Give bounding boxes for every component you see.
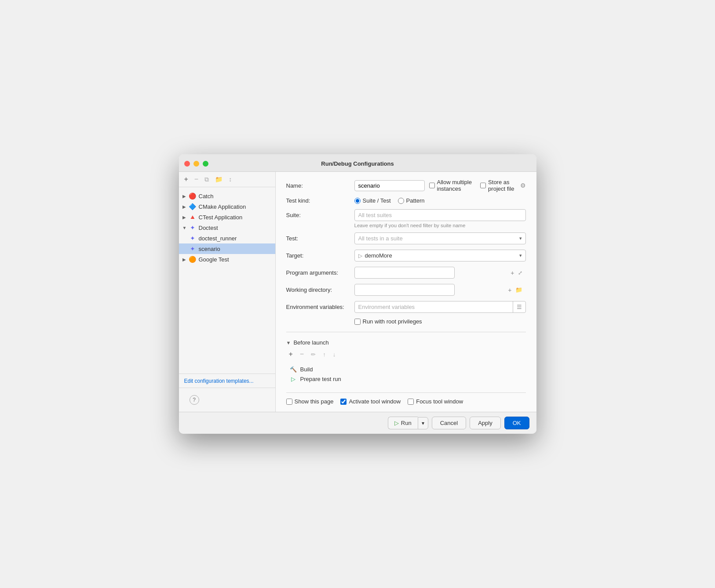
ctest-icon: 🔺 (189, 213, 197, 221)
maximize-button[interactable] (203, 161, 208, 167)
show-page-group: Show this page (286, 398, 334, 405)
sidebar-item-doctest-runner[interactable]: ✦ doctest_runner (179, 233, 275, 243)
sidebar-item-scenario[interactable]: ✦ scenario (179, 243, 275, 254)
program-args-label: Program arguments: (286, 269, 354, 276)
env-vars-input[interactable] (355, 301, 513, 312)
store-project-checkbox[interactable] (480, 182, 486, 189)
run-debug-dialog: Run/Debug Configurations + − ⧉ 📁 ↕ ▶ 🔴 C… (179, 154, 536, 434)
move-up-button[interactable]: ↑ (321, 350, 328, 359)
sidebar: + − ⧉ 📁 ↕ ▶ 🔴 Catch ▶ 🔷 CMake Applicatio… (179, 172, 276, 412)
name-label: Name: (286, 182, 354, 189)
test-controls: All tests in a suite ▾ (354, 232, 526, 244)
google-test-icon: 🟠 (189, 255, 197, 263)
run-root-checkbox[interactable] (354, 319, 361, 325)
suite-test-option[interactable]: Suite / Test (354, 197, 391, 204)
run-button-group: ▷ Run ▾ (388, 417, 428, 429)
edit-templates-link[interactable]: Edit configuration templates... (184, 378, 254, 384)
chevron-right-icon: ▶ (182, 257, 189, 262)
working-dir-row: Working directory: + 📁 (286, 284, 526, 296)
expand-icon[interactable]: ⤢ (517, 269, 523, 277)
traffic-lights (184, 161, 208, 167)
activate-window-label: Activate tool window (349, 398, 401, 405)
program-args-input[interactable] (354, 267, 455, 279)
apply-button[interactable]: Apply (470, 417, 501, 429)
working-dir-input[interactable] (354, 284, 455, 296)
add-launch-button[interactable]: + (287, 349, 295, 359)
launch-item-build: 🔨 Build (290, 364, 526, 374)
suite-row: Suite: (286, 209, 526, 221)
gear-icon[interactable]: ⚙ (520, 182, 526, 189)
add-icon[interactable]: + (507, 286, 512, 294)
sidebar-item-label: scenario (199, 246, 220, 252)
test-kind-row: Test kind: Suite / Test Pattern (286, 197, 526, 204)
launch-item-prepare-test: ▷ Prepare test run (290, 374, 526, 384)
env-vars-edit-button[interactable]: ☰ (513, 301, 525, 312)
working-dir-field-wrapper: + 📁 (354, 284, 526, 296)
move-down-button[interactable]: ↓ (331, 350, 338, 359)
allow-multiple-checkbox[interactable] (429, 182, 435, 189)
activate-window-checkbox[interactable] (340, 399, 347, 405)
run-dropdown-button[interactable]: ▾ (418, 417, 428, 429)
sidebar-item-label: Doctest (199, 225, 218, 231)
remove-launch-button[interactable]: − (298, 349, 306, 359)
pattern-option[interactable]: Pattern (398, 197, 425, 204)
suite-test-label: Suite / Test (363, 197, 391, 204)
doctest-icon: ✦ (189, 224, 197, 232)
focus-window-checkbox[interactable] (408, 399, 414, 405)
name-row: Name: Allow multiple instances Store as … (286, 179, 526, 192)
sidebar-item-catch[interactable]: ▶ 🔴 Catch (179, 191, 275, 201)
test-row: Test: All tests in a suite ▾ (286, 232, 526, 244)
focus-window-group: Focus tool window (408, 398, 463, 405)
copy-config-button[interactable]: ⧉ (203, 175, 211, 184)
sidebar-item-ctest[interactable]: ▶ 🔺 CTest Application (179, 212, 275, 222)
sidebar-item-google-test[interactable]: ▶ 🟠 Google Test (179, 254, 275, 265)
add-icon[interactable]: + (510, 269, 515, 277)
test-dropdown[interactable]: All tests in a suite ▾ (354, 232, 526, 244)
sidebar-item-doctest[interactable]: ▼ ✦ Doctest (179, 222, 275, 233)
cancel-button[interactable]: Cancel (432, 417, 466, 429)
section-divider (286, 332, 526, 332)
test-label: Test: (286, 235, 354, 242)
target-row: Target: ▷ demoMore ▾ (286, 250, 526, 261)
bottom-checkboxes: Show this page Activate tool window Focu… (286, 392, 526, 405)
collapse-icon[interactable]: ▼ (286, 340, 291, 345)
remove-config-button[interactable]: − (193, 174, 200, 184)
program-args-field-wrapper: + ⤢ (354, 267, 526, 279)
run-root-row: Run with root privileges (286, 318, 526, 325)
before-launch-label: Before launch (293, 339, 328, 346)
run-button[interactable]: ▷ Run (388, 417, 418, 429)
doctest-runner-icon: ✦ (189, 234, 197, 242)
show-page-checkbox[interactable] (286, 399, 292, 405)
program-args-row: Program arguments: + ⤢ (286, 267, 526, 279)
close-button[interactable] (184, 161, 190, 167)
name-controls: Allow multiple instances Store as projec… (354, 179, 526, 192)
env-vars-field: ☰ (354, 301, 526, 313)
run-label: Run (401, 420, 412, 426)
test-kind-radio-group: Suite / Test Pattern (354, 197, 425, 204)
add-config-button[interactable]: + (182, 174, 190, 184)
pattern-radio[interactable] (398, 198, 404, 204)
sidebar-item-cmake[interactable]: ▶ 🔷 CMake Application (179, 201, 275, 212)
target-controls: ▷ demoMore ▾ (354, 250, 526, 261)
before-launch-header: ▼ Before launch (286, 339, 526, 346)
suite-input[interactable] (354, 209, 526, 221)
ok-button[interactable]: OK (504, 417, 529, 429)
help-button[interactable]: ? (190, 395, 199, 405)
activate-window-group: Activate tool window (340, 398, 401, 405)
scenario-icon: ✦ (189, 245, 197, 253)
sidebar-tree: ▶ 🔴 Catch ▶ 🔷 CMake Application ▶ 🔺 CTes… (179, 187, 275, 374)
launch-items: 🔨 Build ▷ Prepare test run (286, 363, 526, 385)
suite-test-radio[interactable] (354, 198, 361, 204)
new-folder-button[interactable]: 📁 (213, 175, 224, 184)
folder-icon[interactable]: 📁 (514, 286, 523, 294)
minimize-button[interactable] (193, 161, 199, 167)
allow-multiple-label: Allow multiple instances (437, 179, 476, 192)
target-dropdown[interactable]: ▷ demoMore ▾ (354, 250, 526, 261)
edit-launch-button[interactable]: ✏ (309, 350, 317, 359)
sort-button[interactable]: ↕ (227, 175, 233, 184)
play-icon: ▷ (394, 420, 399, 426)
chevron-right-icon: ▶ (182, 204, 189, 209)
name-input[interactable] (354, 180, 425, 191)
store-project-group: Store as project file ⚙ (480, 179, 525, 192)
suite-controls (354, 209, 526, 221)
